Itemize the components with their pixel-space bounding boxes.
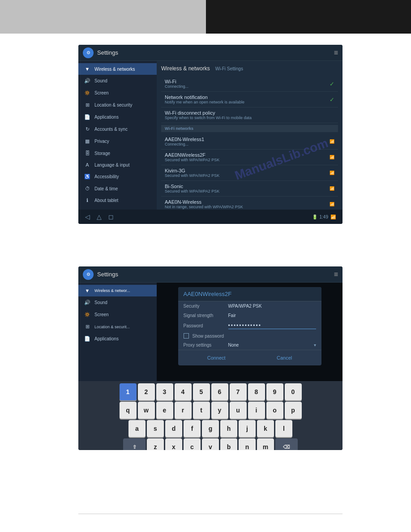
key-y[interactable]: y — [211, 402, 228, 419]
key-a[interactable]: a — [128, 420, 146, 437]
dialog-password-row[interactable]: Password •••••••••••• — [178, 320, 321, 331]
key-o[interactable]: o — [266, 402, 283, 419]
wireless-icon: ▼ — [84, 66, 91, 72]
screen2-sidebar-wireless[interactable]: ▼ Wireless & networ... — [78, 285, 157, 296]
key-3[interactable]: 3 — [156, 383, 173, 400]
key-b[interactable]: b — [220, 438, 237, 450]
sidebar-item-privacy[interactable]: ▦ Privacy — [78, 135, 157, 147]
network-aaeon-wireless[interactable]: AAE0N-Wireless Not in range, secured wit… — [161, 197, 338, 210]
screen2-sidebar-applications[interactable]: 📄 Applications — [78, 333, 157, 345]
dialog-security-value: WPA/WPA2 PSK — [228, 304, 262, 309]
screen2-location-label: Location & securit... — [94, 325, 130, 329]
key-5[interactable]: 5 — [193, 383, 210, 400]
wifi-disconnect-item[interactable]: Wi-Fi disconnect policy Specify when to … — [161, 107, 338, 123]
key-x[interactable]: x — [165, 438, 182, 450]
key-9[interactable]: 9 — [266, 383, 283, 400]
home-button[interactable]: △ — [97, 213, 102, 220]
network-kivirn[interactable]: Kivirn-3G Secured with WPA/WPA2 PSK 📶 — [161, 165, 338, 181]
key-f[interactable]: f — [184, 420, 201, 437]
network-notification-item[interactable]: Network notification Notify me when an o… — [161, 92, 338, 107]
sidebar-item-datetime[interactable]: ⏱ Date & time — [78, 183, 157, 194]
screen1-body: ▼ Wireless & networks 🔊 Sound 🔅 Screen ⊞… — [78, 61, 342, 210]
network-aaeon2f[interactable]: AAE0NWireless2F Secured with WPA/WPA2 PS… — [161, 150, 338, 165]
wifi-disconnect-sub: Specify when to switch from Wi-Fi to mob… — [165, 116, 334, 120]
wifi-networks-section: Wi-Fi networks — [161, 125, 338, 132]
back-button[interactable]: ◁ — [85, 213, 90, 220]
shift-key[interactable]: ⇧ — [123, 438, 146, 450]
key-l[interactable]: l — [275, 420, 292, 437]
key-6[interactable]: 6 — [211, 383, 228, 400]
sidebar-item-applications[interactable]: 📄 Applications — [78, 111, 157, 123]
screen1-nav-left: ◁ △ ◻ — [85, 213, 114, 220]
backspace-key[interactable]: ⌫ — [275, 438, 298, 450]
network-aaeon1[interactable]: AAE0N-Wireless1 Connecting... 📶 — [161, 134, 338, 150]
key-i[interactable]: i — [248, 402, 265, 419]
sidebar-item-wireless[interactable]: ▼ Wireless & networks — [78, 63, 157, 75]
key-t[interactable]: t — [193, 402, 210, 419]
key-g[interactable]: g — [202, 420, 219, 437]
privacy-icon: ▦ — [84, 138, 91, 144]
screen2-wireless-icon: ▼ — [84, 288, 91, 293]
key-c[interactable]: c — [184, 438, 201, 450]
sidebar-item-accessibility[interactable]: ♿ Accessibility — [78, 171, 157, 183]
key-e[interactable]: e — [156, 402, 173, 419]
key-m[interactable]: m — [257, 438, 274, 450]
sidebar-item-screen[interactable]: 🔅 Screen — [78, 87, 157, 99]
screen2-sidebar-screen[interactable]: 🔅 Screen — [78, 309, 157, 321]
screen1-menu-icon[interactable]: ≡ — [334, 49, 338, 57]
content-subtitle: Wi-Fi Settings — [215, 66, 243, 71]
screen2-menu-icon[interactable]: ≡ — [334, 270, 338, 279]
key-d[interactable]: d — [165, 420, 182, 437]
key-q[interactable]: q — [120, 402, 137, 419]
key-7[interactable]: 7 — [230, 383, 247, 400]
key-s[interactable]: s — [147, 420, 164, 437]
key-r[interactable]: r — [175, 402, 192, 419]
sidebar-item-accounts[interactable]: ↻ Accounts & sync — [78, 123, 157, 135]
show-password-label: Show password — [193, 334, 224, 339]
sidebar-item-location[interactable]: ⊞ Location & security — [78, 99, 157, 111]
key-8[interactable]: 8 — [248, 383, 265, 400]
dialog-proxy-value: None — [228, 343, 314, 348]
dialog-showpassword-row[interactable]: Show password — [178, 331, 321, 340]
key-2[interactable]: 2 — [138, 383, 155, 400]
screen2-sidebar-location[interactable]: ⊞ Location & securit... — [78, 321, 157, 333]
sidebar-item-sound[interactable]: 🔊 Sound — [78, 75, 157, 87]
key-v[interactable]: v — [202, 438, 219, 450]
connect-button[interactable]: Connect — [202, 354, 231, 362]
dialog-proxy-row[interactable]: Proxy settings None ▾ — [178, 340, 321, 350]
key-u[interactable]: u — [230, 402, 247, 419]
network-bisonic[interactable]: Bi-Sonic Secured with WPA/WPA2 PSK 📶 — [161, 181, 338, 197]
wifi-toggle-item[interactable]: Wi-Fi Connecting... ✓ — [161, 76, 338, 92]
accessibility-label: Accessibility — [94, 174, 119, 179]
sidebar-item-language[interactable]: A Language & input — [78, 159, 157, 171]
key-w[interactable]: w — [138, 402, 155, 419]
wifi-toggle-title: Wi-Fi — [165, 79, 188, 84]
sidebar-item-about[interactable]: ℹ About tablet — [78, 194, 157, 206]
datetime-icon: ⏱ — [84, 186, 91, 191]
screen2-sidebar-sound[interactable]: 🔊 Sound — [78, 296, 157, 309]
key-h[interactable]: h — [220, 420, 237, 437]
top-bar-left — [0, 0, 206, 34]
key-n[interactable]: n — [239, 438, 256, 450]
key-z[interactable]: z — [147, 438, 164, 450]
screen2-wireless-label: Wireless & networ... — [94, 288, 130, 293]
dialog-password-input[interactable]: •••••••••••• — [228, 322, 316, 329]
cancel-button[interactable]: Cancel — [271, 354, 297, 362]
screenshot1-settings-wifi: ⚙ Settings ≡ ▼ Wireless & networks 🔊 Sou… — [78, 45, 342, 224]
sidebar-item-storage[interactable]: 🗄 Storage — [78, 147, 157, 159]
show-password-checkbox[interactable] — [184, 333, 189, 339]
datetime-label: Date & time — [94, 186, 118, 191]
keyboard-row-zxcv: ⇧ z x c v b n m ⌫ — [80, 438, 341, 450]
key-p[interactable]: p — [285, 402, 302, 419]
key-0[interactable]: 0 — [285, 383, 302, 400]
key-k[interactable]: k — [257, 420, 274, 437]
screen2-sound-icon: 🔊 — [84, 300, 91, 305]
top-bar — [0, 0, 411, 34]
wifi-password-dialog: AAE0NWireless2F Security WPA/WPA2 PSK Si… — [178, 287, 321, 365]
recent-button[interactable]: ◻ — [108, 213, 114, 220]
key-4[interactable]: 4 — [175, 383, 192, 400]
key-j[interactable]: j — [239, 420, 256, 437]
network-aaeon-wireless-status: Not in range, secured with WPA/WPA2 PSK — [165, 205, 243, 209]
key-1[interactable]: 1 — [120, 383, 137, 400]
about-icon: ℹ — [84, 197, 91, 203]
